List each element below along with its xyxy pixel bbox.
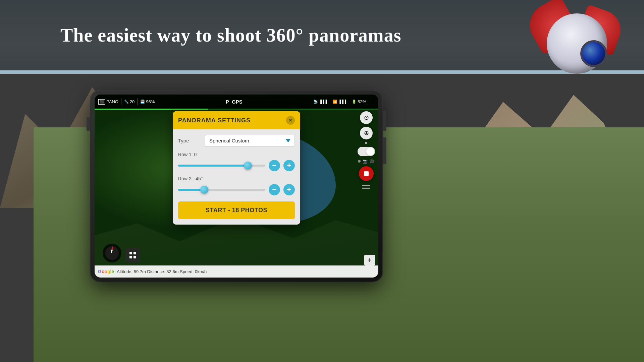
battery-value: 52%	[358, 99, 366, 104]
phone-button-right-top	[383, 111, 386, 131]
status-signal2: 📶 ▐▐▐	[333, 100, 346, 104]
menu-dots[interactable]	[361, 184, 372, 190]
number-icon: 🔧	[124, 100, 129, 104]
row2-label: Row 2: -45°	[178, 176, 295, 181]
dot-indicator1	[365, 142, 367, 144]
row2-slider-thumb[interactable]	[200, 186, 208, 194]
progress-bar	[95, 109, 378, 110]
row1-label: Row 1: 0°	[178, 152, 295, 157]
phone-button-right-bottom	[383, 137, 386, 164]
phone-screen: ⬛ PANO 🔧 20 💾 96% P_GPS 📡 ▐▐▐	[95, 95, 378, 278]
compass-needle	[110, 246, 113, 253]
zoom-plus-button[interactable]: +	[364, 255, 375, 265]
divider3	[330, 98, 330, 105]
row1-minus-button[interactable]: −	[269, 160, 280, 171]
row1-plus-button[interactable]: +	[283, 160, 295, 171]
status-gps: P_GPS	[157, 99, 311, 105]
row1-slider-fill	[178, 165, 248, 167]
divider4	[349, 98, 349, 105]
type-row: Type Spherical Custom	[178, 135, 295, 146]
type-dropdown[interactable]: Spherical Custom	[205, 135, 295, 146]
status-battery: 🔋 52%	[352, 99, 366, 104]
divider2	[137, 98, 138, 105]
bars1-icon: ▐▐▐	[319, 100, 327, 104]
row1-slider-thumb[interactable]	[244, 162, 252, 170]
signal2-icon: 📶	[333, 100, 337, 104]
record-button[interactable]	[359, 166, 374, 181]
bottom-bar: Google Altitude: 59.7m Distance: 82.6m S…	[95, 265, 378, 278]
settings-icon[interactable]: ⚙	[370, 99, 375, 105]
row2-slider-track[interactable]	[178, 189, 265, 191]
small-controls-row: 📷 🎥	[358, 159, 375, 164]
modal-body: Type Spherical Custom Row 1: 0° −	[173, 129, 300, 225]
status-mode: ⬛ PANO	[98, 99, 118, 105]
battery-icon: 🔋	[352, 100, 357, 104]
modal-close-button[interactable]: ×	[286, 116, 295, 125]
modal-header: PANORAMA SETTINGS ×	[173, 111, 300, 129]
svg-rect-1	[133, 252, 136, 254]
panorama-settings-modal: PANORAMA SETTINGS × Type Spherical Custo…	[173, 111, 300, 225]
start-button[interactable]: START - 18 PHOTOS	[178, 201, 295, 219]
logo-lens	[580, 40, 607, 67]
crosshair-button[interactable]: ⊕	[360, 127, 373, 139]
compass[interactable]	[103, 244, 121, 262]
storage-icon: 💾	[140, 100, 145, 104]
dropdown-arrow-icon	[286, 139, 290, 142]
map-settings-button[interactable]	[125, 248, 140, 262]
svg-rect-2	[129, 256, 132, 258]
google-logo: Google	[98, 269, 114, 274]
nav-button[interactable]: ⊙	[360, 111, 373, 124]
row2-plus-button[interactable]: +	[283, 184, 295, 195]
compass-inner	[105, 246, 119, 260]
status-number: 🔧 20	[124, 99, 135, 104]
bars2-icon: ▐▐▐	[338, 100, 346, 104]
pano-icon: ⬛	[98, 99, 105, 105]
svg-rect-0	[129, 252, 132, 254]
tagline: The easiest way to shoot 360° panoramas	[60, 24, 401, 46]
status-bar: ⬛ PANO 🔧 20 💾 96% P_GPS 📡 ▐▐▐	[95, 95, 378, 109]
dot-indicator2	[358, 160, 361, 163]
status-mode-label: PANO	[106, 99, 118, 104]
type-label: Type	[178, 138, 205, 143]
storage-value: 96%	[146, 99, 155, 104]
menu-line1	[362, 185, 370, 186]
row1-slider-row: − +	[178, 160, 295, 171]
progress-fill	[95, 109, 208, 110]
menu-line2	[362, 187, 370, 187]
status-storage: 💾 96%	[140, 99, 155, 104]
map-settings-icon	[129, 251, 137, 259]
toggle-switch[interactable]	[358, 147, 375, 156]
status-signal1: 📡 ▐▐▐	[313, 100, 327, 104]
row2-slider-row: − +	[178, 184, 295, 195]
camera-small-icon: 📷	[363, 159, 368, 164]
menu-line3	[362, 188, 370, 189]
phone-screen-container: ⬛ PANO 🔧 20 💾 96% P_GPS 📡 ▐▐▐	[95, 95, 378, 278]
signal1-icon: 📡	[313, 100, 318, 104]
number-value: 20	[130, 99, 135, 104]
toggle-thumb	[366, 147, 374, 156]
logo-orb	[547, 13, 607, 74]
altitude-status: Altitude: 59.7m Distance: 82.6m Speed: 0…	[117, 269, 207, 274]
divider1	[121, 98, 121, 105]
phone-button-left	[87, 117, 90, 131]
row1-slider-track[interactable]	[178, 165, 265, 167]
right-controls: ⊙ ⊕ 📷 🎥	[358, 111, 375, 190]
stop-icon	[364, 171, 369, 176]
type-value: Spherical Custom	[209, 138, 249, 143]
modal-title: PANORAMA SETTINGS	[178, 117, 251, 124]
video-small-icon: 🎥	[370, 159, 375, 164]
row2-minus-button[interactable]: −	[269, 184, 280, 195]
svg-rect-3	[133, 256, 136, 258]
app-logo	[530, 3, 624, 97]
phone-device: ⬛ PANO 🔧 20 💾 96% P_GPS 📡 ▐▐▐	[91, 90, 382, 282]
